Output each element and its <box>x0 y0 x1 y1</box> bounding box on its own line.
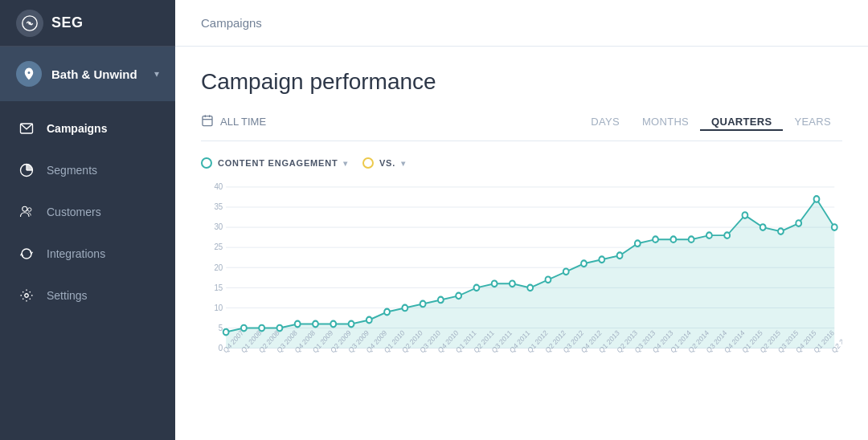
time-controls: ALL TIME DAYS MONTHS QUARTERS YEARS <box>201 112 842 141</box>
brand-chevron-icon: ▾ <box>154 68 159 79</box>
days-button[interactable]: DAYS <box>579 112 631 131</box>
svg-point-41 <box>402 305 407 312</box>
svg-point-54 <box>635 240 641 246</box>
sidebar-item-customers[interactable]: Customers <box>0 191 175 233</box>
campaigns-label: Campaigns <box>47 122 107 135</box>
svg-text:35: 35 <box>214 202 223 212</box>
svg-point-64 <box>814 196 820 202</box>
yellow-legend-circle <box>362 157 374 169</box>
svg-point-39 <box>366 317 372 324</box>
gear-icon <box>18 287 35 304</box>
teal-legend-circle <box>201 157 212 169</box>
svg-point-49 <box>546 277 551 283</box>
svg-point-40 <box>384 309 390 316</box>
legend-vs[interactable]: VS. ▾ <box>362 157 406 169</box>
sidebar-item-settings[interactable]: Settings <box>0 275 175 316</box>
settings-label: Settings <box>47 289 88 302</box>
app-title: SEG <box>51 14 84 31</box>
svg-point-55 <box>653 236 658 242</box>
svg-point-52 <box>599 256 604 263</box>
svg-text:25: 25 <box>214 242 223 252</box>
email-icon <box>18 120 35 137</box>
svg-point-32 <box>241 325 247 332</box>
svg-point-7 <box>28 208 32 212</box>
svg-point-36 <box>313 321 318 328</box>
topbar-title: Campaigns <box>201 16 262 30</box>
svg-point-31 <box>223 329 229 336</box>
svg-point-60 <box>743 212 748 218</box>
svg-point-6 <box>23 206 27 211</box>
sidebar-item-integrations[interactable]: Integrations <box>0 233 175 275</box>
months-button[interactable]: MONTHS <box>631 112 700 131</box>
svg-text:10: 10 <box>214 303 223 312</box>
sidebar-nav: Campaigns Segments <box>0 101 175 440</box>
page-title: Campaign performance <box>201 69 842 95</box>
integrations-label: Integrations <box>47 247 105 260</box>
sidebar-item-campaigns[interactable]: Campaigns <box>0 108 175 149</box>
svg-rect-9 <box>203 116 212 125</box>
svg-text:30: 30 <box>214 222 223 232</box>
brand-icon <box>16 61 42 87</box>
svg-point-46 <box>492 281 497 287</box>
svg-point-38 <box>349 321 354 328</box>
svg-point-62 <box>778 228 784 234</box>
svg-point-53 <box>617 252 623 259</box>
svg-text:5: 5 <box>219 323 223 332</box>
svg-point-57 <box>689 236 694 242</box>
svg-text:15: 15 <box>214 283 223 292</box>
svg-point-44 <box>456 293 461 299</box>
svg-point-1 <box>28 22 31 25</box>
legend-content-engagement[interactable]: CONTENT ENGAGEMENT ▾ <box>201 157 348 169</box>
legend-series2-label: VS. <box>379 158 395 168</box>
topbar: Campaigns <box>175 0 868 47</box>
svg-text:20: 20 <box>214 263 223 272</box>
svg-point-50 <box>563 268 569 275</box>
sidebar: SEG Bath & Unwind ▾ Campaigns <box>0 0 175 440</box>
svg-text:40: 40 <box>214 182 223 192</box>
chart-container: 0 5 10 15 20 25 30 35 40 Q4 2007Q1 2008Q… <box>201 178 842 371</box>
svg-point-43 <box>438 297 444 304</box>
people-icon <box>18 203 35 221</box>
svg-point-35 <box>295 321 301 328</box>
svg-point-59 <box>724 232 730 238</box>
svg-point-37 <box>330 321 336 328</box>
svg-point-48 <box>527 285 533 291</box>
pie-icon <box>18 161 35 179</box>
sync-icon <box>18 245 35 263</box>
svg-point-51 <box>581 260 587 267</box>
content-area: Campaign performance ALL TIME DAYS MONTH… <box>175 47 868 440</box>
sidebar-header: SEG <box>0 0 175 47</box>
svg-point-63 <box>796 220 801 226</box>
svg-point-47 <box>510 281 515 287</box>
segments-label: Segments <box>47 164 97 177</box>
brand-name: Bath & Unwind <box>51 67 154 81</box>
legend-series2-chevron: ▾ <box>401 159 406 168</box>
svg-point-33 <box>259 325 264 332</box>
chart-legend: CONTENT ENGAGEMENT ▾ VS. ▾ <box>201 157 842 169</box>
svg-point-65 <box>832 224 837 230</box>
calendar-icon <box>201 114 214 130</box>
svg-point-45 <box>473 285 479 291</box>
svg-point-61 <box>760 224 766 230</box>
main-content: Campaigns Campaign performance ALL TIME … <box>175 0 868 440</box>
sidebar-item-segments[interactable]: Segments <box>0 149 175 191</box>
years-button[interactable]: YEARS <box>783 112 842 131</box>
all-time-button[interactable]: ALL TIME <box>201 114 266 130</box>
svg-point-34 <box>277 325 283 332</box>
quarters-button[interactable]: QUARTERS <box>700 112 783 131</box>
svg-point-56 <box>670 236 676 242</box>
legend-series1-chevron: ▾ <box>343 159 348 168</box>
chart-svg: 0 5 10 15 20 25 30 35 40 Q4 2007Q1 2008Q… <box>201 178 842 371</box>
svg-point-58 <box>706 232 712 238</box>
legend-series1-label: CONTENT ENGAGEMENT <box>218 158 338 168</box>
all-time-label: ALL TIME <box>220 116 266 128</box>
brand-selector[interactable]: Bath & Unwind ▾ <box>0 47 175 101</box>
customers-label: Customers <box>47 206 101 218</box>
app-logo <box>16 10 43 37</box>
svg-point-42 <box>420 301 426 308</box>
svg-point-8 <box>25 294 29 298</box>
